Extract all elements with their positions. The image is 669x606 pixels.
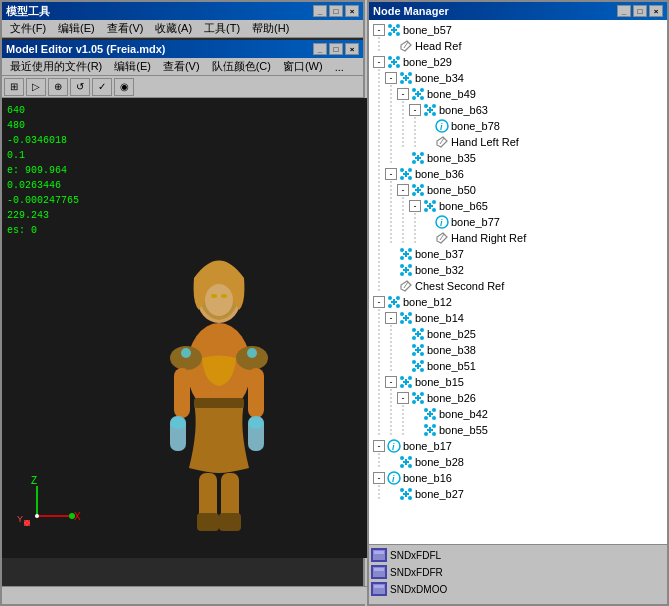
toolbar-btn-1[interactable]: ⊞: [4, 78, 24, 96]
tree-item[interactable]: bone_b28: [371, 454, 665, 470]
tree-expand-btn[interactable]: -: [373, 24, 385, 36]
tree-expand-btn[interactable]: -: [385, 72, 397, 84]
toolbar-btn-3[interactable]: ⊕: [48, 78, 68, 96]
svg-point-39: [396, 56, 400, 60]
tree-expand-btn[interactable]: -: [373, 56, 385, 68]
close-button[interactable]: ×: [345, 5, 359, 17]
submenu-view[interactable]: 查看(V): [157, 58, 206, 75]
menu-view[interactable]: 查看(V): [101, 20, 150, 37]
tree-item[interactable]: bone_b55: [371, 422, 665, 438]
tree-item[interactable]: - bone_b12: [371, 294, 665, 310]
svg-rect-50: [405, 75, 407, 81]
tree-item[interactable]: i bone_b77: [371, 214, 665, 230]
tree-item[interactable]: bone_b51: [371, 358, 665, 374]
menu-edit[interactable]: 编辑(E): [52, 20, 101, 37]
tree-expand-btn[interactable]: -: [373, 440, 385, 452]
submenu-teamcolor[interactable]: 队伍颜色(C): [206, 58, 277, 75]
tree-expand-btn[interactable]: -: [373, 472, 385, 484]
submenu-recent[interactable]: 最近使用的文件(R): [4, 58, 108, 75]
tree-label: bone_b63: [439, 104, 488, 116]
tree-label: bone_b55: [439, 424, 488, 436]
tree-expand-btn[interactable]: -: [409, 104, 421, 116]
menu-favorites[interactable]: 收藏(A): [149, 20, 198, 37]
toolbar-btn-2[interactable]: ▷: [26, 78, 46, 96]
tree-item[interactable]: bone_b42: [371, 406, 665, 422]
minimize-button[interactable]: _: [313, 5, 327, 17]
tree-expand-btn[interactable]: -: [397, 184, 409, 196]
tree-item[interactable]: - bone_b36: [371, 166, 665, 182]
tree-item[interactable]: - bone_b65: [371, 198, 665, 214]
svg-point-38: [388, 56, 392, 60]
svg-rect-128: [405, 251, 407, 257]
maximize-button[interactable]: □: [329, 5, 343, 17]
tree-item[interactable]: Hand Right Ref: [371, 230, 665, 246]
tree-expand-btn[interactable]: -: [385, 312, 397, 324]
tree-icon-bone: [387, 295, 401, 309]
inner-close-button[interactable]: ×: [345, 43, 359, 55]
svg-point-184: [412, 392, 416, 396]
tree-indent: [373, 37, 385, 55]
tree-item[interactable]: bone_b35: [371, 150, 665, 166]
tree-expand-btn[interactable]: -: [373, 296, 385, 308]
toolbar-btn-4[interactable]: ↺: [70, 78, 90, 96]
tree-expand-btn[interactable]: -: [385, 168, 397, 180]
tree-label: bone_b38: [427, 344, 476, 356]
svg-point-83: [412, 160, 416, 164]
tree-item[interactable]: Chest Second Ref: [371, 278, 665, 294]
tree-icon-attach: [435, 135, 449, 149]
tree-item[interactable]: - bone_b15: [371, 374, 665, 390]
tree-item[interactable]: - bone_b57: [371, 22, 665, 38]
status-icon: [371, 565, 387, 579]
svg-rect-158: [417, 331, 419, 337]
tree-item[interactable]: - bone_b14: [371, 310, 665, 326]
tree-item[interactable]: - bone_b34: [371, 70, 665, 86]
tree-icon-bone: [399, 487, 413, 501]
tree-expand-btn[interactable]: -: [397, 88, 409, 100]
nm-maximize-button[interactable]: □: [633, 5, 647, 17]
submenu-more[interactable]: ...: [329, 60, 350, 74]
menu-file[interactable]: 文件(F): [4, 20, 52, 37]
toolbar-btn-5[interactable]: ✓: [92, 78, 112, 96]
tree-expand-btn[interactable]: -: [397, 392, 409, 404]
nm-minimize-button[interactable]: _: [617, 5, 631, 17]
tree-label: bone_b50: [427, 184, 476, 196]
menu-tools[interactable]: 工具(T): [198, 20, 246, 37]
tree-item[interactable]: - bone_b29: [371, 54, 665, 70]
tree-item[interactable]: bone_b27: [371, 486, 665, 502]
tree-item[interactable]: - bone_b49: [371, 86, 665, 102]
tree-expand-btn[interactable]: -: [409, 200, 421, 212]
tree-expand-btn[interactable]: -: [385, 376, 397, 388]
tree-item[interactable]: - bone_b26: [371, 390, 665, 406]
info-line-9: es: 0: [7, 223, 79, 238]
inner-minimize-button[interactable]: _: [313, 43, 327, 55]
toolbar-btn-6[interactable]: ◉: [114, 78, 134, 96]
tree-indent: [409, 133, 421, 151]
node-tree[interactable]: - bone_b57 Head Ref- bone_b29 -: [369, 20, 667, 544]
tree-item[interactable]: i bone_b78: [371, 118, 665, 134]
tree-item[interactable]: - bone_b50: [371, 182, 665, 198]
submenu-edit[interactable]: 编辑(E): [108, 58, 157, 75]
svg-point-82: [420, 152, 424, 156]
svg-point-97: [420, 184, 424, 188]
nm-close-button[interactable]: ×: [649, 5, 663, 17]
info-line-2: 480: [7, 118, 79, 133]
inner-maximize-button[interactable]: □: [329, 43, 343, 55]
status-label: SNDxFDFL: [390, 550, 441, 561]
tree-icon-attach: [399, 39, 413, 53]
tree-item[interactable]: bone_b25: [371, 326, 665, 342]
3d-viewport[interactable]: 640 480 -0.0346018 0.1 e: 909.964 0.0263…: [2, 98, 367, 558]
tree-item[interactable]: bone_b38: [371, 342, 665, 358]
tree-item[interactable]: bone_b37: [371, 246, 665, 262]
tree-icon-bone: [411, 87, 425, 101]
submenu-window[interactable]: 窗口(W): [277, 58, 329, 75]
tree-item[interactable]: Hand Left Ref: [371, 134, 665, 150]
menu-help[interactable]: 帮助(H): [246, 20, 295, 37]
tree-item[interactable]: - bone_b63: [371, 102, 665, 118]
tree-item[interactable]: bone_b32: [371, 262, 665, 278]
tree-item[interactable]: Head Ref: [371, 38, 665, 54]
tree-indent: [373, 277, 385, 295]
tree-item[interactable]: - i bone_b17: [371, 438, 665, 454]
svg-point-193: [424, 408, 428, 412]
svg-point-203: [432, 424, 436, 428]
tree-item[interactable]: - i bone_b16: [371, 470, 665, 486]
